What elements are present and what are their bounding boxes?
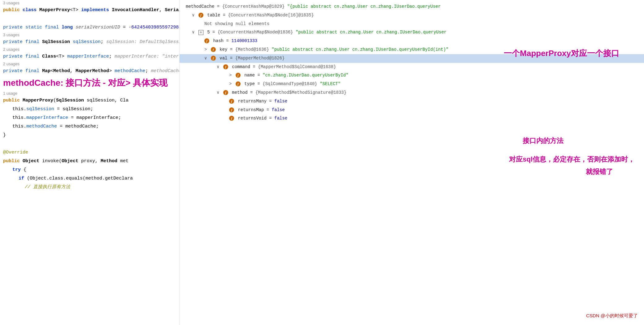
serial-uid: serialVersionUID: [76, 25, 120, 30]
code-panel: 3 usages public class MapperProxy<T> imp…: [0, 0, 180, 325]
type-invocation: InvocationHandler: [112, 7, 159, 13]
blank-line-1: [0, 15, 179, 23]
debug-line-12: f returnsMap = false: [180, 106, 644, 115]
code-this-mapper: this.mapperInterface = mapperInterface;: [0, 114, 179, 122]
usage-hint-1: 1 usage: [0, 90, 179, 96]
usage-hint-3: 3 usages: [0, 32, 179, 38]
kw-private-1: private: [3, 25, 25, 30]
kw-try: try: [12, 167, 21, 172]
kw-long: long: [62, 25, 76, 30]
debug-line-7: ∨ f command = {MapperMethod$SqlCommand@1…: [180, 63, 644, 72]
debug-line-2: Not showing null elements: [180, 20, 644, 28]
code-override: @Override: [0, 148, 179, 157]
debug-line-10: ∨ f method = {MapperMethod$MethodSignatu…: [180, 89, 644, 97]
debug-line-0: methodCache = {ConcurrentHashMap@1829} "…: [180, 2, 644, 11]
annotation-interface-method: 接口内的方法: [523, 136, 564, 145]
csdn-watermark: CSDN @小的时候可爱了: [586, 313, 638, 319]
debug-line-9: > f type = {SqlCommandType@1840} "SELECT…: [180, 80, 644, 89]
type-serializable: Serializable: [165, 7, 180, 13]
kw-implements: implements: [81, 7, 112, 13]
methodcache-annotation-line: methodCache: 接口方法 - 对应> 具体实现: [0, 76, 179, 90]
code-try: try {: [0, 166, 179, 174]
code-serial: private static final long serialVersionU…: [0, 23, 179, 32]
code-comment: // 直接执行原有方法: [0, 183, 179, 192]
annotation-mapper-proxy: 一个MapperProxy对应一个接口: [504, 48, 619, 59]
debug-line-1: ∨ f table = {ConcurrentHashMap$Node[16]@…: [180, 11, 644, 20]
debug-line-8: > f name = "cn.zhang.IUserDao.queryUserB…: [180, 71, 644, 80]
debug-line-4: f hash = 1140001333: [180, 37, 644, 46]
kw-public: public: [3, 7, 23, 13]
blank-line-2: [0, 140, 179, 148]
methodcache-annotation: methodCache: 接口方法 - 对应> 具体实现: [3, 78, 168, 88]
annotation-sql-info: 对应sql信息，必定存在，否则在添加时，: [509, 155, 635, 164]
kw-class: class: [23, 7, 39, 13]
code-constructor: public MapperProxy(SqlSession sqlSession…: [0, 96, 179, 105]
code-sqlsession: private final SqlSession sqlSession; sql…: [0, 38, 179, 46]
code-invoke: public Object invoke(Object proxy, Metho…: [0, 157, 179, 166]
debug-line-13: f returnsVoid = false: [180, 114, 644, 123]
debug-line-3: ∨ ≡ 5 = {ConcurrentHashMap$Node@1836} "p…: [180, 28, 644, 37]
code-close-brace-1: }: [0, 131, 179, 140]
code-methodcache: private final Map<Method, MapperMethod> …: [0, 67, 179, 76]
usage-hint-2a: 2 usages: [0, 46, 179, 52]
usage-hint-2b: 2 usages: [0, 61, 179, 67]
debug-panel: 一个MapperProxy对应一个接口 接口内的方法 对应sql信息，必定存在，…: [180, 0, 644, 325]
debug-line-11: f returnsMany = false: [180, 97, 644, 106]
main-container: 3 usages public class MapperProxy<T> imp…: [0, 0, 644, 325]
class-name: MapperProxy: [39, 7, 70, 13]
code-if: if (Object.class.equals(method.getDeclar…: [0, 174, 179, 183]
annotation-sql-info2: 就报错了: [586, 167, 613, 176]
code-this-sql: this.sqlSession = sqlSession;: [0, 105, 179, 114]
usage-hint-top: 3 usages: [0, 0, 179, 6]
code-line-class: public class MapperProxy<T> implements I…: [0, 6, 179, 15]
code-this-method: this.methodCache = methodCache;: [0, 122, 179, 131]
code-mapper-interface: private final Class<T> mapperInterface; …: [0, 52, 179, 61]
